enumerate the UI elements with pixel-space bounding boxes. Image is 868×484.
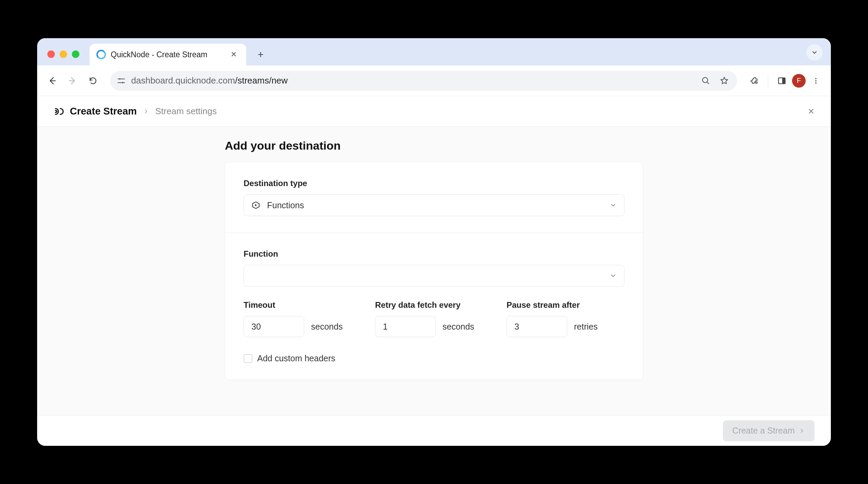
url-text: dashboard.quicknode.com/streams/new [131, 75, 694, 86]
timeout-label: Timeout [244, 300, 361, 310]
create-stream-button[interactable]: Create a Stream [723, 420, 815, 441]
function-select[interactable] [244, 265, 624, 287]
url-path: /streams/new [235, 75, 288, 86]
site-info-button[interactable] [116, 76, 126, 86]
arrow-right-icon [68, 76, 77, 86]
chevron-right-icon [799, 428, 805, 434]
footer-bar: Create a Stream [37, 415, 831, 446]
svg-point-5 [815, 78, 817, 79]
arrow-left-icon [47, 76, 57, 86]
destination-type-select[interactable]: Functions [244, 194, 624, 216]
tab-bar: QuickNode - Create Stream ✕ [37, 38, 831, 65]
avatar-initial: F [797, 77, 801, 85]
custom-headers-checkbox[interactable] [244, 354, 252, 363]
toolbar-right: F [746, 73, 824, 89]
stream-icon [53, 106, 65, 117]
pause-input[interactable] [507, 316, 567, 337]
window-maximize-button[interactable] [72, 50, 79, 58]
close-button[interactable]: ✕ [808, 107, 815, 116]
chrome-menu-button[interactable] [808, 73, 824, 89]
retry-label: Retry data fetch every [375, 300, 493, 310]
breadcrumb-main: Create Stream [70, 106, 137, 117]
chevron-right-icon [143, 108, 149, 115]
dots-vertical-icon [812, 77, 820, 85]
puzzle-icon [750, 76, 759, 85]
reload-icon [89, 76, 97, 85]
bookmark-button[interactable] [717, 74, 731, 88]
app-header: Create Stream Stream settings ✕ [37, 96, 831, 127]
svg-rect-4 [782, 78, 785, 84]
destination-type-value: Functions [267, 200, 610, 210]
profile-avatar[interactable]: F [792, 74, 806, 88]
timeout-unit: seconds [311, 322, 343, 332]
timing-row: Timeout seconds Retry data fetch every s… [244, 300, 624, 337]
retry-unit: seconds [443, 322, 474, 332]
content-area: Add your destination Destination type Fu… [37, 127, 831, 415]
extensions-button[interactable] [746, 73, 762, 89]
window-minimize-button[interactable] [60, 50, 67, 58]
url-host: dashboard.quicknode.com [131, 75, 235, 86]
browser-tab[interactable]: QuickNode - Create Stream ✕ [90, 44, 246, 65]
plus-icon [257, 51, 264, 58]
function-config-section: Function Timeout seconds [225, 232, 643, 380]
sidepanel-button[interactable] [774, 73, 790, 89]
forward-button[interactable] [64, 73, 81, 89]
destination-type-label: Destination type [244, 179, 624, 188]
custom-headers-checkbox-row[interactable]: Add custom headers [244, 353, 624, 363]
destination-card: Destination type Functions Function [225, 162, 643, 380]
tab-close-button[interactable]: ✕ [228, 49, 239, 60]
functions-icon [251, 201, 260, 210]
svg-point-7 [815, 82, 817, 84]
window-close-button[interactable] [47, 50, 55, 58]
create-stream-label: Create a Stream [732, 426, 795, 436]
breadcrumb-sub: Stream settings [155, 106, 217, 117]
tab-title: QuickNode - Create Stream [111, 50, 223, 59]
page-title: Add your destination [225, 139, 643, 152]
svg-point-6 [815, 80, 817, 81]
pause-unit: retries [574, 322, 598, 332]
browser-window: QuickNode - Create Stream ✕ [37, 38, 831, 446]
retry-input[interactable] [375, 316, 436, 337]
destination-type-section: Destination type Functions [225, 162, 643, 232]
panel-icon [777, 76, 786, 85]
zoom-button[interactable] [699, 74, 713, 88]
timeout-input[interactable] [244, 316, 304, 337]
toolbar-divider [768, 75, 768, 87]
window-controls [45, 50, 85, 65]
function-label: Function [244, 249, 624, 259]
svg-point-1 [122, 82, 124, 84]
breadcrumb-separator [143, 108, 149, 115]
chevron-down-icon [610, 272, 617, 279]
tabs-dropdown-button[interactable] [806, 44, 823, 61]
pause-label: Pause stream after [507, 300, 624, 310]
star-icon [719, 76, 729, 86]
zoom-icon [701, 76, 710, 85]
back-button[interactable] [44, 73, 60, 89]
quicknode-favicon [96, 50, 106, 59]
chevron-down-icon [811, 49, 818, 56]
browser-toolbar: dashboard.quicknode.com/streams/new F [37, 65, 831, 96]
custom-headers-label: Add custom headers [257, 353, 335, 363]
tune-icon [117, 76, 126, 85]
reload-button[interactable] [85, 73, 101, 89]
new-tab-button[interactable] [252, 46, 269, 63]
svg-point-0 [119, 78, 121, 80]
chevron-down-icon [610, 202, 617, 209]
address-bar[interactable]: dashboard.quicknode.com/streams/new [110, 71, 737, 91]
